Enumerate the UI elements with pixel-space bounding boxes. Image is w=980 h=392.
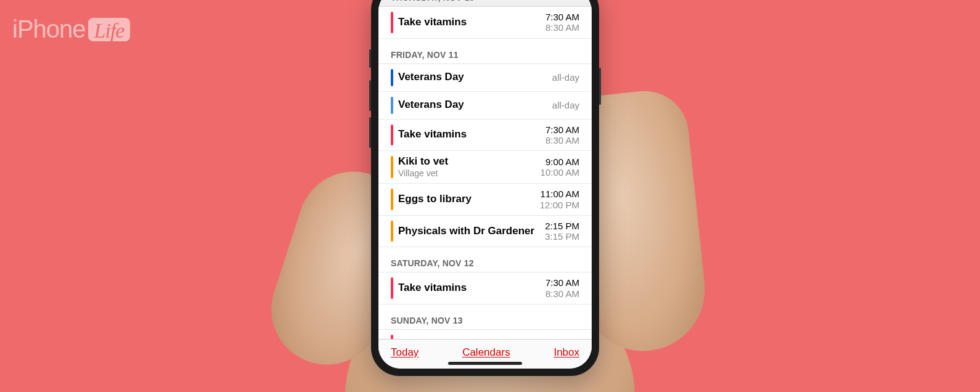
calendar-color-indicator: [391, 189, 393, 210]
event-title: Physicals with Dr Gardener: [398, 226, 545, 237]
home-indicator[interactable]: [448, 362, 522, 365]
calendars-button[interactable]: Calendars: [462, 346, 510, 359]
event-main: Veterans Day: [398, 69, 552, 86]
event-main: Take vitamins: [398, 335, 545, 339]
calendar-color-indicator: [391, 69, 393, 86]
phone-frame: THURSDAY, NOV 10Take vitamins7:30 AM8:30…: [371, 0, 599, 376]
logo-prefix: iPhone: [12, 15, 86, 43]
logo-suffix: Life: [88, 18, 131, 41]
calendar-event-row[interactable]: Take vitamins7:30 AM8:30 AM: [378, 272, 592, 304]
calendar-event-row[interactable]: Veterans Dayall-day: [378, 64, 592, 92]
event-title: Eggs to library: [398, 194, 540, 205]
event-end-time: 8:30 AM: [545, 22, 579, 33]
calendar-event-row[interactable]: Eggs to library11:00 AM12:00 PM: [378, 184, 592, 216]
event-allday-label: all-day: [552, 72, 579, 83]
event-end-time: 8:30 AM: [545, 135, 579, 145]
event-start-time: 9:00 AM: [541, 157, 579, 167]
iphonelife-logo: iPhone Life: [12, 15, 130, 43]
event-main: Take vitamins: [398, 12, 545, 33]
event-allday-label: all-day: [552, 100, 579, 110]
event-start-time: 7:30 AM: [545, 125, 579, 135]
calendar-event-row[interactable]: Veterans Dayall-day: [378, 92, 592, 120]
event-end-time: 12:00 PM: [540, 200, 579, 210]
event-times: 7:30 AM8:30 AM: [545, 12, 579, 33]
event-main: Eggs to library: [398, 189, 540, 210]
phone-screen: THURSDAY, NOV 10Take vitamins7:30 AM8:30…: [378, 0, 592, 369]
event-times: 9:00 AM10:00 AM: [541, 156, 579, 178]
event-end-time: 8:30 AM: [545, 288, 579, 299]
today-button[interactable]: Today: [391, 346, 419, 359]
inbox-button[interactable]: Inbox: [553, 346, 579, 359]
event-main: Take vitamins: [398, 125, 545, 146]
event-start-time: 7:30 AM: [545, 277, 579, 288]
event-title: Take vitamins: [398, 129, 545, 141]
calendar-color-indicator: [391, 156, 393, 178]
event-times: 2:15 PM3:15 PM: [545, 221, 579, 242]
calendar-event-list[interactable]: THURSDAY, NOV 10Take vitamins7:30 AM8:30…: [378, 0, 592, 339]
calendar-event-row[interactable]: Physicals with Dr Gardener2:15 PM3:15 PM: [378, 216, 592, 248]
event-times: 11:00 AM12:00 PM: [540, 189, 579, 210]
day-section-header: FRIDAY, NOV 11: [378, 39, 592, 64]
event-times: all-day: [552, 97, 579, 114]
event-start-time: 7:30 AM: [545, 12, 579, 22]
event-end-time: 10:00 AM: [541, 167, 579, 178]
calendar-color-indicator: [391, 97, 393, 114]
calendar-color-indicator: [391, 221, 393, 242]
calendar-color-indicator: [391, 277, 393, 299]
day-section-header: THURSDAY, NOV 10: [378, 0, 592, 7]
event-start-time: 11:00 AM: [540, 189, 579, 199]
calendar-event-row[interactable]: Take vitamins7:30 AM: [378, 330, 592, 339]
calendar-event-row[interactable]: Take vitamins7:30 AM8:30 AM: [378, 7, 592, 39]
event-times: 7:30 AM8:30 AM: [545, 125, 579, 146]
event-title: Take vitamins: [398, 282, 545, 294]
calendar-color-indicator: [391, 335, 393, 339]
event-title: Take vitamins: [398, 338, 545, 339]
event-times: all-day: [552, 69, 579, 86]
event-title: Veterans Day: [398, 71, 552, 83]
event-times: 7:30 AM: [545, 335, 579, 339]
event-main: Take vitamins: [398, 277, 545, 299]
day-section-header: SATURDAY, NOV 12: [378, 247, 592, 272]
event-title: Kiki to vet: [398, 156, 541, 168]
event-main: Kiki to vetVillage vet: [398, 156, 541, 178]
calendar-event-row[interactable]: Take vitamins7:30 AM8:30 AM: [378, 120, 592, 152]
calendar-color-indicator: [391, 12, 393, 33]
day-section-header: SUNDAY, NOV 13: [378, 304, 592, 330]
event-end-time: 3:15 PM: [545, 231, 579, 242]
calendar-color-indicator: [391, 125, 393, 146]
calendar-event-row[interactable]: Kiki to vetVillage vet9:00 AM10:00 AM: [378, 151, 592, 184]
event-title: Take vitamins: [398, 17, 545, 28]
event-title: Veterans Day: [398, 99, 552, 111]
event-subtitle: Village vet: [398, 168, 541, 179]
event-start-time: 2:15 PM: [545, 221, 579, 231]
event-main: Veterans Day: [398, 97, 552, 114]
event-times: 7:30 AM8:30 AM: [545, 277, 579, 299]
event-main: Physicals with Dr Gardener: [398, 221, 545, 242]
event-start-time: 7:30 AM: [545, 338, 579, 339]
